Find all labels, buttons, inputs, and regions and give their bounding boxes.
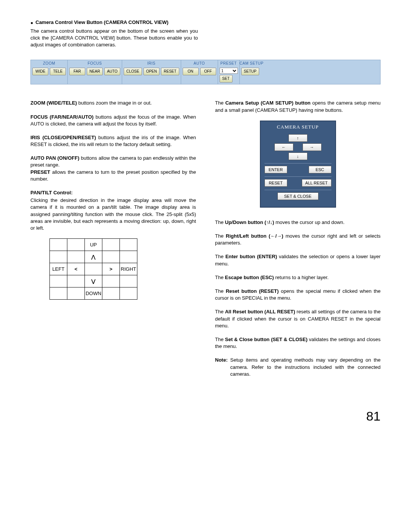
- open-button[interactable]: OPEN: [143, 68, 159, 75]
- reset-pre: The: [215, 288, 226, 294]
- updown-para: The Up/Down button (↑/↓) moves the curso…: [215, 219, 381, 226]
- panel-left-button[interactable]: ←: [274, 143, 293, 151]
- focus-group: FOCUS FAR NEAR AUTO: [68, 60, 122, 84]
- autopan-label: AUTO PAN (ON/OFF): [30, 155, 80, 161]
- near-button[interactable]: NEAR: [87, 68, 103, 75]
- zoom-label: ZOOM (WIDE/TELE): [30, 100, 77, 106]
- camsetup-label: Camera Setup (CAM SETUP) button: [225, 100, 311, 106]
- camera-control-bar: ZOOM WIDE TELE FOCUS FAR NEAR AUTO IRIS …: [30, 60, 381, 84]
- iris-header: IRIS: [122, 60, 181, 67]
- panel-reset-button[interactable]: RESET: [264, 179, 287, 187]
- reset-para: The Reset button (RESET) opens the speci…: [215, 288, 381, 302]
- autopan-header: AUTO: [181, 60, 218, 67]
- allreset-label: All Reset button (ALL RESET): [225, 309, 295, 314]
- escape-para: The Escape button (ESC) returns to a hig…: [215, 274, 381, 281]
- grid-down-label: DOWN: [85, 287, 102, 300]
- pantilt-text: Clicking the desired direction in the im…: [30, 197, 196, 232]
- iris-label: IRIS (CLOSE/OPEN/RESET): [30, 135, 96, 140]
- escape-post: returns to a higher layer.: [274, 275, 329, 280]
- grid-left-label: LEFT: [50, 263, 67, 275]
- note-para: Note: Setup items and operating methods …: [215, 357, 381, 378]
- preset-group: PRESET 1 SET: [218, 60, 240, 84]
- setclose-para: The Set & Close button (SET & CLOSE) val…: [215, 336, 381, 350]
- arrow-up-icon: ⋀: [85, 251, 102, 263]
- panel-allreset-button[interactable]: ALL RESET: [302, 179, 331, 187]
- zoom-group: ZOOM WIDE TELE: [31, 60, 68, 84]
- zoom-header: ZOOM: [31, 60, 67, 67]
- panel-down-button[interactable]: ↓: [288, 152, 307, 160]
- close-button[interactable]: CLOSE: [124, 68, 142, 75]
- rightleft-para: The Right/Left button (←/→) moves the cu…: [215, 233, 381, 246]
- iris-para: IRIS (CLOSE/OPEN/RESET) buttons adjust t…: [30, 134, 196, 148]
- panel-up-button[interactable]: ↑: [288, 134, 307, 142]
- arrow-right-icon: >: [102, 263, 120, 275]
- far-button[interactable]: FAR: [69, 68, 85, 75]
- heading-text: Camera Control View Button (CAMERA CONTR…: [35, 19, 168, 26]
- camsetup-pre: The: [215, 100, 225, 106]
- set-button[interactable]: SET: [220, 75, 233, 83]
- zoom-para: ZOOM (WIDE/TELE) buttons zoom the image …: [30, 100, 196, 106]
- wide-button[interactable]: WIDE: [32, 68, 48, 75]
- rightleft-label: Right/Left button (←/→): [226, 233, 283, 239]
- section-heading: ● Camera Control View Button (CAMERA CON…: [30, 19, 381, 26]
- preset-para: PRESET allows the camera to turn to the …: [30, 169, 196, 183]
- updown-pre: The: [215, 219, 225, 225]
- focus-label: FOCUS (FAR/NEAR/AUTO): [30, 114, 94, 120]
- panel-setclose-button[interactable]: SET & CLOSE: [277, 192, 319, 200]
- focus-header: FOCUS: [68, 60, 122, 67]
- focus-auto-button[interactable]: AUTO: [104, 68, 120, 75]
- grid-up-label: UP: [85, 239, 102, 251]
- note-label: Note:: [215, 357, 228, 363]
- arrow-left-icon: <: [67, 263, 85, 275]
- preset-text: allows the camera to turn to the preset …: [30, 169, 196, 182]
- panel-enter-button[interactable]: ENTER: [264, 166, 287, 173]
- rightleft-pre: The: [215, 233, 226, 239]
- panel-esc-button[interactable]: ESC: [309, 166, 331, 173]
- escape-pre: The: [215, 275, 225, 280]
- focus-para: FOCUS (FAR/NEAR/AUTO) buttons adjust the…: [30, 114, 196, 127]
- camsetup-group: CAM SETUP SETUP: [240, 60, 264, 84]
- on-button[interactable]: ON: [183, 68, 199, 75]
- enter-label: Enter button (ENTER): [225, 254, 277, 259]
- setup-button[interactable]: SETUP: [241, 68, 259, 75]
- preset-header: PRESET: [218, 60, 239, 67]
- setclose-label: Set & Close button (SET & CLOSE): [225, 337, 307, 342]
- updown-post: moves the cursor up and down.: [274, 219, 344, 225]
- escape-label: Escape button (ESC): [225, 275, 274, 280]
- left-column: ZOOM (WIDE/TELE) buttons zoom the image …: [30, 100, 196, 384]
- autopan-para: AUTO PAN (ON/OFF) buttons allow the came…: [30, 155, 196, 168]
- reset-label: Reset button (RESET): [226, 288, 279, 294]
- updown-label: Up/Down button (↑/↓): [225, 219, 274, 225]
- bullet-icon: ●: [30, 20, 33, 26]
- note-text: Setup items and operating methods may va…: [228, 357, 381, 376]
- pantilt-heading: PAN/TILT Control:: [30, 189, 196, 196]
- enter-pre: The: [215, 254, 225, 259]
- zoom-text: buttons zoom the image in or out.: [77, 100, 152, 106]
- page-number: 81: [30, 407, 381, 426]
- intro-paragraph: The camera control buttons appear on the…: [30, 28, 198, 49]
- camsetup-header: CAM SETUP: [240, 60, 264, 67]
- grid-right-label: RIGHT: [120, 263, 137, 275]
- allreset-pre: The: [215, 309, 225, 314]
- allreset-para: The All Reset button (ALL RESET) resets …: [215, 308, 381, 329]
- autopan-group: AUTO ON OFF: [181, 60, 218, 84]
- panel-right-button[interactable]: →: [303, 143, 322, 151]
- pan-tilt-grid: UP ⋀ LEFT < > RIGHT ⋁ DOWN: [49, 238, 137, 300]
- reset-button[interactable]: RESET: [161, 68, 179, 75]
- camera-setup-panel: CAMERA SETUP ↑ ← → ↓ ENTER ESC RESET ALL…: [260, 121, 336, 208]
- off-button[interactable]: OFF: [200, 68, 216, 75]
- enter-para: The Enter button (ENTER) validates the s…: [215, 253, 381, 267]
- panel-title: CAMERA SETUP: [264, 124, 331, 130]
- tele-button[interactable]: TELE: [50, 68, 66, 75]
- iris-group: IRIS CLOSE OPEN RESET: [122, 60, 181, 84]
- arrow-down-icon: ⋁: [85, 275, 102, 287]
- preset-label: PRESET: [30, 169, 50, 175]
- camsetup-intro: The Camera Setup (CAM SETUP) button open…: [215, 100, 381, 113]
- setclose-pre: The: [215, 337, 225, 342]
- preset-select[interactable]: 1: [220, 68, 238, 74]
- right-column: The Camera Setup (CAM SETUP) button open…: [215, 100, 381, 384]
